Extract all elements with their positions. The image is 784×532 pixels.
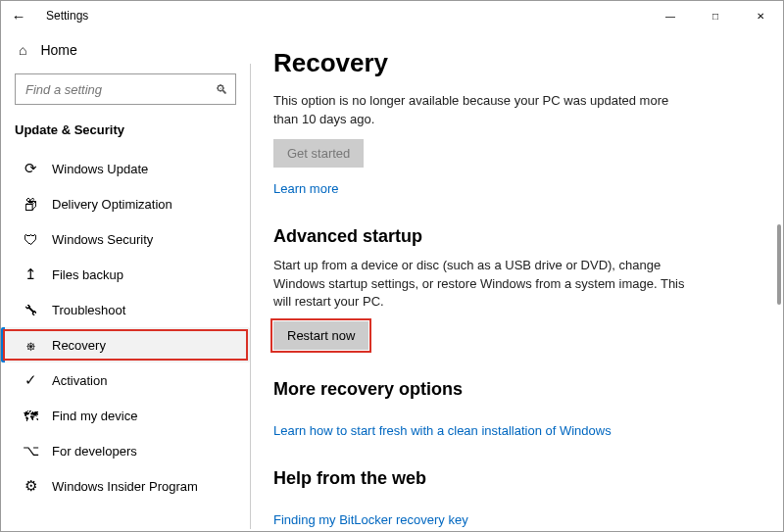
dev-icon: ⌥ (23, 442, 38, 459)
home-label: Home (40, 42, 76, 58)
sidebar-item-label: Activation (52, 373, 107, 388)
arrow-left-icon: ← (12, 8, 26, 24)
sidebar-item-label: Recovery (52, 338, 106, 353)
sidebar-item-delivery-optimization[interactable]: 📦︎Delivery Optimization (1, 186, 250, 221)
sidebar-item-label: For developers (52, 444, 137, 459)
home-icon: ⌂ (19, 42, 26, 58)
sidebar-item-windows-security[interactable]: 🛡︎Windows Security (1, 221, 250, 257)
get-started-button: Get started (273, 139, 364, 168)
sidebar-item-troubleshoot[interactable]: 🔧︎Troubleshoot (1, 292, 250, 327)
maximize-icon: □ (712, 11, 718, 22)
wrench-icon: 🔧︎ (23, 302, 38, 318)
minimize-icon: ― (665, 11, 675, 22)
learn-more-link[interactable]: Learn more (273, 181, 338, 196)
advanced-startup-heading: Advanced startup (273, 226, 756, 247)
reset-description: This option is no longer available becau… (273, 92, 685, 129)
minimize-button[interactable]: ― (648, 1, 693, 30)
nav-list: ⟳Windows Update 📦︎Delivery Optimization … (1, 151, 250, 504)
sync-icon: ⟳ (23, 160, 38, 177)
close-button[interactable]: ✕ (738, 1, 783, 30)
upload-icon: ↥ (23, 266, 38, 283)
sidebar-item-files-backup[interactable]: ↥Files backup (1, 257, 250, 292)
home-button[interactable]: ⌂ Home (1, 32, 250, 68)
search-input[interactable] (15, 73, 236, 105)
insider-icon: ⚙︎ (23, 477, 38, 495)
maximize-button[interactable]: □ (693, 1, 738, 30)
sidebar-item-label: Windows Security (52, 232, 153, 247)
scrollbar[interactable] (767, 32, 781, 529)
sidebar-item-label: Troubleshoot (52, 303, 125, 317)
search-icon: 🔍︎ (216, 82, 228, 97)
more-recovery-heading: More recovery options (273, 379, 756, 400)
sidebar-item-label: Windows Insider Program (52, 479, 198, 494)
restart-now-button[interactable]: Restart now (273, 321, 368, 350)
sidebar-item-for-developers[interactable]: ⌥For developers (1, 433, 250, 468)
sidebar: ⌂ Home 🔍︎ Update & Security ⟳Windows Upd… (1, 30, 250, 531)
sidebar-item-find-my-device[interactable]: 🗺︎Find my device (1, 398, 250, 433)
page-title: Recovery (273, 48, 756, 78)
sidebar-item-label: Windows Update (52, 162, 148, 176)
scrollbar-thumb[interactable] (777, 224, 781, 305)
recovery-icon: ⎈ (23, 337, 38, 354)
section-header: Update & Security (1, 119, 250, 151)
main-content: Recovery This option is no longer availa… (250, 30, 783, 531)
close-icon: ✕ (757, 11, 764, 22)
back-button[interactable]: ← (5, 2, 32, 29)
sidebar-item-label: Delivery Optimization (52, 197, 172, 212)
sidebar-item-label: Files backup (52, 267, 123, 282)
bitlocker-link[interactable]: Finding my BitLocker recovery key (273, 512, 468, 527)
sidebar-item-windows-update[interactable]: ⟳Windows Update (1, 151, 250, 186)
start-fresh-link[interactable]: Learn how to start fresh with a clean in… (273, 423, 612, 438)
titlebar: ← Settings ― □ ✕ (1, 1, 783, 30)
sidebar-item-activation[interactable]: ✓Activation (1, 363, 250, 398)
sidebar-item-recovery[interactable]: ⎈Recovery (1, 327, 250, 363)
window-title: Settings (46, 9, 88, 23)
sidebar-item-windows-insider[interactable]: ⚙︎Windows Insider Program (1, 468, 250, 504)
help-from-web-heading: Help from the web (273, 468, 756, 489)
advanced-startup-description: Start up from a device or disc (such as … (273, 257, 685, 313)
delivery-icon: 📦︎ (23, 196, 38, 213)
location-icon: 🗺︎ (23, 408, 38, 424)
sidebar-item-label: Find my device (52, 409, 137, 423)
check-circle-icon: ✓ (23, 371, 38, 389)
shield-icon: 🛡︎ (23, 231, 38, 248)
window-controls: ― □ ✕ (648, 1, 783, 30)
